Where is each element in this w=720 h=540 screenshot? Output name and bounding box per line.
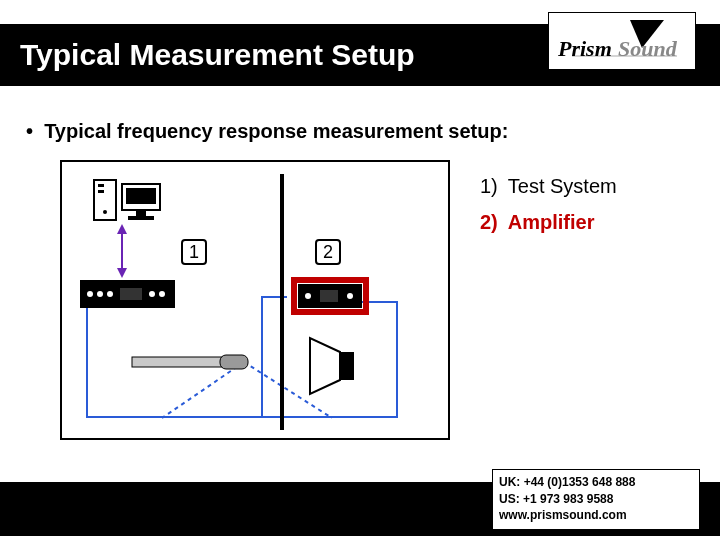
pc-icon bbox=[94, 180, 116, 220]
svg-point-14 bbox=[97, 291, 103, 297]
prismsound-logo: Prism Sound bbox=[548, 12, 696, 70]
legend-row-1: 1) Test System bbox=[480, 168, 617, 204]
svg-point-25 bbox=[347, 293, 353, 299]
svg-marker-29 bbox=[310, 338, 340, 394]
svg-rect-28 bbox=[340, 352, 354, 380]
svg-point-5 bbox=[103, 210, 107, 214]
svg-point-24 bbox=[305, 293, 311, 299]
subtitle-text: Typical frequency response measurement s… bbox=[44, 120, 508, 142]
bullet-dot: • bbox=[26, 120, 44, 142]
legend-num-2: 2) bbox=[480, 204, 498, 240]
svg-rect-31 bbox=[220, 355, 248, 369]
amplifier-icon bbox=[294, 280, 366, 312]
footer-url[interactable]: www.prismsound.com bbox=[499, 508, 627, 522]
svg-point-17 bbox=[149, 291, 155, 297]
svg-rect-3 bbox=[98, 184, 104, 187]
diagram-frame: 1 2 bbox=[60, 160, 450, 440]
legend-num-1: 1) bbox=[480, 168, 498, 204]
speaker-icon bbox=[310, 338, 354, 394]
page-title: Typical Measurement Setup bbox=[20, 38, 415, 72]
logo-text-prism: Prism bbox=[557, 36, 612, 61]
analyzer-icon bbox=[80, 280, 175, 308]
footer-contact: UK: +44 (0)1353 648 888 US: +1 973 983 9… bbox=[492, 469, 700, 530]
svg-rect-30 bbox=[132, 357, 222, 367]
callout-2: 2 bbox=[316, 240, 340, 264]
subtitle-bullet: • Typical frequency response measurement… bbox=[26, 120, 508, 143]
svg-rect-4 bbox=[98, 190, 104, 193]
logo-text-sound: Sound bbox=[618, 36, 678, 61]
mic-path-1 bbox=[162, 362, 244, 418]
svg-marker-11 bbox=[117, 268, 127, 278]
svg-rect-9 bbox=[128, 216, 154, 220]
svg-point-13 bbox=[87, 291, 93, 297]
svg-point-18 bbox=[159, 291, 165, 297]
svg-rect-7 bbox=[126, 188, 156, 204]
footer-uk: UK: +44 (0)1353 648 888 bbox=[499, 474, 693, 490]
legend-label-1: Test System bbox=[508, 168, 617, 204]
legend: 1) Test System 2) Amplifier bbox=[480, 168, 617, 240]
diagram-svg: 1 2 bbox=[62, 162, 452, 442]
legend-label-2: Amplifier bbox=[508, 204, 595, 240]
callout-1: 1 bbox=[182, 240, 206, 264]
svg-text:1: 1 bbox=[189, 242, 199, 262]
footer-us: US: +1 973 983 9588 bbox=[499, 491, 693, 507]
svg-rect-23 bbox=[320, 290, 338, 302]
svg-marker-10 bbox=[117, 224, 127, 234]
microphone-icon bbox=[132, 355, 248, 369]
legend-row-2: 2) Amplifier bbox=[480, 204, 617, 240]
prismsound-logo-svg: Prism Sound bbox=[552, 16, 692, 66]
svg-rect-16 bbox=[120, 288, 142, 300]
svg-text:2: 2 bbox=[323, 242, 333, 262]
monitor-icon bbox=[122, 184, 160, 220]
svg-rect-8 bbox=[136, 210, 146, 216]
svg-point-15 bbox=[107, 291, 113, 297]
